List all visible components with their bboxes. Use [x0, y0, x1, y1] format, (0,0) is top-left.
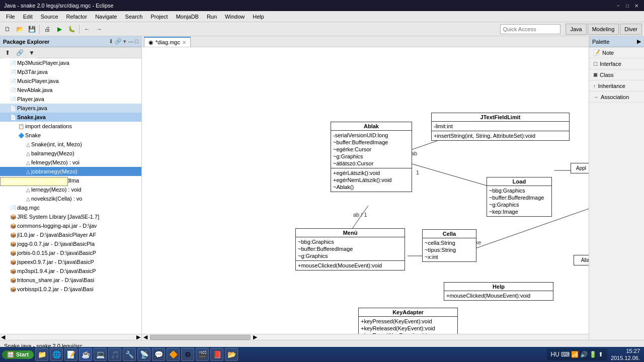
tree-item-snake-class[interactable]: 🔷 Snake [0, 131, 141, 140]
diagram-scrollbar[interactable]: ◀ ▶ [142, 334, 589, 340]
tree-item-commons[interactable]: 📦 commons-logging-api.jar - D:\jav [0, 221, 141, 230]
tree-item-jl1[interactable]: 📦 jl1.0.jar - D:\java\BasicPlayer AF [0, 230, 141, 239]
pkg-link-btn[interactable]: 🔗 [14, 47, 25, 58]
tree-item-musicplayer[interactable]: 📄 MusicPlayer.java [0, 76, 141, 85]
menu-monjadb[interactable]: MonjaDB [172, 13, 203, 21]
tree-item-jspeex[interactable]: 📦 jspeex0.9.7.jar - D:\java\BasicP [0, 257, 141, 266]
tree-item-vorbisspi[interactable]: 📦 vorbisspi1.0.2.jar - D:\java\Basi [0, 285, 141, 294]
palette-title: Palette [592, 39, 609, 45]
diver-perspective[interactable]: Diver [620, 24, 642, 35]
menu-source[interactable]: Source [37, 13, 62, 21]
menu-file[interactable]: File [2, 13, 19, 21]
menu-navigate[interactable]: Navigate [91, 13, 121, 21]
taskbar-files-btn[interactable]: 📂 [225, 348, 238, 361]
maximize-panel-icon[interactable]: □ [135, 38, 138, 45]
menu-window[interactable]: Window [221, 13, 249, 21]
taskbar-vm-btn[interactable]: ⚙ [181, 348, 194, 361]
pkg-tree-scrollbar[interactable]: ◀ ▶ [0, 334, 141, 340]
taskbar-tools-btn[interactable]: 🔧 [123, 348, 136, 361]
start-button[interactable]: 🪟 Start [2, 350, 34, 359]
tab-close-icon[interactable]: ✕ [182, 40, 186, 45]
tree-item-jobbramegy[interactable]: △ jobbramegy(Mezo) jobbramegy(Mezo) : vo… [0, 167, 141, 176]
lang-indicator: HU [551, 351, 559, 358]
java-perspective[interactable]: Java [566, 24, 586, 35]
link-with-editor-icon[interactable]: 🔗 [115, 38, 122, 45]
inheritance-icon: ↑ [593, 83, 596, 89]
taskbar-pdf-btn[interactable]: 📕 [210, 348, 223, 361]
forward-button[interactable]: → [94, 24, 105, 35]
palette-item-interface[interactable]: ◻ Interface [589, 58, 644, 69]
uml-help: Help +mouseClicked(MouseEvent):void [444, 282, 553, 301]
collapse-all-icon[interactable]: ⬇ [109, 38, 113, 45]
menu-run[interactable]: Run [203, 13, 221, 21]
package-tree[interactable]: 📄 Mp3MusicPlayer.java 📄 Mp3Tár.java 📄 Mu… [0, 58, 141, 334]
menu-refactor[interactable]: Refactor [62, 13, 92, 21]
taskbar-media-btn[interactable]: 🎵 [108, 348, 121, 361]
scroll-right-btn[interactable]: ▶ [252, 334, 259, 340]
save-button[interactable]: 💾 [26, 24, 37, 35]
tree-item-lernegy[interactable]: △ lernegy(Mezo) : void [0, 185, 141, 194]
tree-item-player[interactable]: 📄 Player.java [0, 95, 141, 104]
tree-item-snake[interactable]: 📄 Snake.java [0, 113, 141, 122]
palette-item-class[interactable]: ◼ Class [589, 69, 644, 80]
tree-item-novekszik[interactable]: △ novekszik(Cella) : vo [0, 194, 141, 203]
tree-item-mp3spi[interactable]: 📦 mp3spi1.9.4.jar - D:\java\BasicP [0, 266, 141, 276]
tree-item-jogg[interactable]: 📦 jogg-0.0.7.jar - D:\java\BasicPla [0, 239, 141, 248]
taskbar-notepad-btn[interactable]: 📝 [64, 348, 77, 361]
palette-item-inheritance[interactable]: ↑ Inheritance [589, 80, 644, 92]
tree-item-mp3musicplayer[interactable]: 📄 Mp3MusicPlayer.java [0, 58, 141, 67]
tree-item-diagmgc[interactable]: 📄 diag.mgc [0, 203, 141, 212]
tree-item-mp3tar[interactable]: 📄 Mp3Tár.java [0, 67, 141, 76]
tree-item-nevablak[interactable]: 📄 NevAblak.java [0, 85, 141, 95]
taskbar-eclipse-btn[interactable]: ☕ [79, 348, 92, 361]
tree-item-jre[interactable]: 📦 JRE System Library [JavaSE-1.7] [0, 212, 141, 221]
scroll-right-icon[interactable]: ▶ [136, 334, 140, 340]
tree-item-imports[interactable]: 📋 import declarations [0, 122, 141, 131]
taskbar-video-btn[interactable]: 🎬 [196, 348, 209, 361]
modeling-perspective[interactable]: Modeling [588, 24, 619, 35]
back-button[interactable]: ← [82, 24, 93, 35]
tree-item-snake-constructor[interactable]: △ Snake(int, int, Mezo) [0, 140, 141, 149]
tree-item-jorbis[interactable]: 📦 jorbis-0.0.15.jar - D:\java\BasicP [0, 248, 141, 257]
system-clock: 15:27 2015.12.06. [609, 347, 642, 361]
taskbar-folder-btn[interactable]: 📁 [35, 348, 48, 361]
taskbar-browser2-btn[interactable]: 🔶 [167, 348, 180, 361]
scroll-left-btn[interactable]: ◀ [142, 334, 149, 340]
pkg-filter-btn[interactable]: ▼ [26, 47, 37, 58]
diagram-canvas[interactable]: ab 1 ab / 1 snake * JTextFieldLimit [142, 47, 589, 334]
pkg-collapse-btn[interactable]: ⬆ [2, 47, 13, 58]
tab-icon: ◉ [148, 39, 153, 46]
tree-item-felmegy[interactable]: △ felmegy(Mezo) : voi [0, 158, 141, 167]
menu-project[interactable]: Project [146, 13, 172, 21]
new-button[interactable]: 🗋 [2, 24, 13, 35]
scroll-left-icon[interactable]: ◀ [1, 334, 5, 340]
start-icon: 🪟 [7, 351, 14, 358]
tree-item-players[interactable]: 📄 Players.java [0, 104, 141, 113]
association-icon: → [593, 94, 599, 100]
view-menu-icon[interactable]: ▾ [123, 38, 126, 45]
print-button[interactable]: 🖨 [42, 24, 53, 35]
menu-edit[interactable]: Edit [19, 13, 37, 21]
taskbar-network-btn[interactable]: 📡 [137, 348, 150, 361]
run-button[interactable]: ▶ [54, 24, 65, 35]
tree-item-balramegy[interactable]: △ balramegy(Mezo) [0, 149, 141, 158]
taskbar-chat-btn[interactable]: 💬 [152, 348, 165, 361]
svg-line-1 [409, 163, 492, 187]
editor-tab-diagmgc[interactable]: ◉ *diag.mgc ✕ [144, 37, 191, 47]
minimize-panel-icon[interactable]: — [128, 38, 133, 45]
menu-search[interactable]: Search [121, 13, 147, 21]
palette-item-association[interactable]: → Association [589, 92, 644, 103]
taskbar-terminal-btn[interactable]: 💻 [94, 348, 107, 361]
taskbar-browser-btn[interactable]: 🌐 [50, 348, 63, 361]
palette-item-note[interactable]: 📝 Note [589, 47, 644, 58]
maximize-button[interactable]: □ [624, 2, 631, 9]
scroll-thumb[interactable] [150, 335, 251, 340]
palette-collapse-icon[interactable]: ▶ [637, 38, 641, 45]
quick-access-input[interactable] [500, 24, 560, 34]
open-button[interactable]: 📂 [14, 24, 25, 35]
debug-button[interactable]: 🐛 [66, 24, 77, 35]
minimize-button[interactable]: − [615, 2, 622, 9]
tree-item-tritonus[interactable]: 📦 tritonus_share.jar - D:\java\Basi [0, 276, 141, 285]
close-button[interactable]: ✕ [633, 2, 640, 9]
menu-help[interactable]: Help [249, 13, 268, 21]
